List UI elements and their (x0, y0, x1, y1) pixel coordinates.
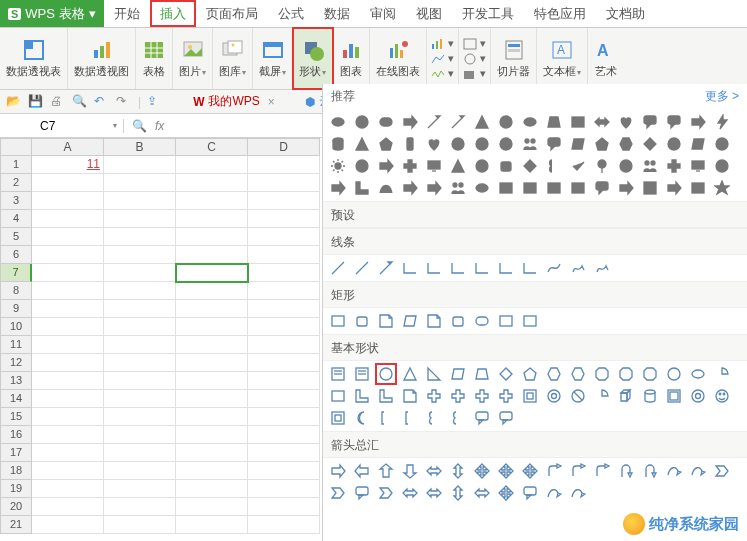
shape-rect[interactable] (521, 312, 539, 330)
fx-icon[interactable]: fx (155, 119, 164, 133)
shape-circle[interactable] (473, 157, 491, 175)
cell[interactable] (248, 426, 320, 444)
shape-frame[interactable] (329, 409, 347, 427)
shape-textbox[interactable] (353, 365, 371, 383)
shape-trap[interactable] (545, 113, 563, 131)
shape-para[interactable] (569, 135, 587, 153)
shape-arrowD[interactable] (401, 462, 419, 480)
shape-rect[interactable] (329, 312, 347, 330)
cell[interactable] (104, 426, 176, 444)
shape-lcorner[interactable] (377, 387, 395, 405)
shape-trap[interactable] (473, 365, 491, 383)
shape-circle[interactable] (713, 135, 731, 153)
row-header[interactable]: 3 (0, 192, 32, 210)
shape-can[interactable] (353, 312, 371, 330)
cell[interactable] (248, 210, 320, 228)
shape-people[interactable] (449, 179, 467, 197)
tab-view[interactable]: 视图 (406, 0, 452, 27)
shape-scurve[interactable] (545, 259, 563, 277)
cell[interactable] (176, 246, 248, 264)
shape-frame[interactable] (641, 179, 659, 197)
open-icon[interactable]: 📂 (6, 94, 22, 110)
row-header[interactable]: 18 (0, 462, 32, 480)
shape-donut[interactable] (689, 387, 707, 405)
ribbon-online-chart[interactable]: 在线图表 (370, 28, 427, 89)
shape-elbow[interactable] (497, 259, 515, 277)
cell[interactable] (32, 318, 104, 336)
shape-rect[interactable] (545, 179, 563, 197)
row-header[interactable]: 14 (0, 390, 32, 408)
ribbon-gallery[interactable]: 图库▾ (213, 28, 253, 89)
ribbon-screenshot[interactable]: 截屏▾ (253, 28, 293, 89)
cell[interactable] (32, 372, 104, 390)
cell[interactable] (104, 480, 176, 498)
shape-monitor[interactable] (689, 157, 707, 175)
shape-arrowLR[interactable] (401, 484, 419, 502)
tab-doc[interactable]: 文档助 (596, 0, 655, 27)
shape-arrowL[interactable] (353, 462, 371, 480)
shape-people[interactable] (521, 135, 539, 153)
cell[interactable] (32, 282, 104, 300)
shape-arrowR[interactable] (401, 179, 419, 197)
save-icon[interactable]: 💾 (28, 94, 44, 110)
shape-ellipse[interactable] (689, 365, 707, 383)
shape-diamond[interactable] (497, 365, 515, 383)
shape-callout[interactable] (521, 484, 539, 502)
shape-tri[interactable] (449, 157, 467, 175)
shape-pie[interactable] (713, 365, 731, 383)
row-header[interactable]: 13 (0, 372, 32, 390)
cell[interactable] (104, 192, 176, 210)
cell[interactable] (176, 372, 248, 390)
shape-elbow[interactable] (521, 259, 539, 277)
cell[interactable] (32, 408, 104, 426)
shape-arrowUD[interactable] (449, 484, 467, 502)
shape-callout[interactable] (665, 113, 683, 131)
shape-bracket[interactable] (377, 409, 395, 427)
chevron-down-icon[interactable]: ▾ (113, 121, 117, 130)
shape-circle[interactable] (353, 113, 371, 131)
row-header[interactable]: 17 (0, 444, 32, 462)
cell[interactable] (104, 264, 176, 282)
shape-oct[interactable] (641, 365, 659, 383)
shape-circle[interactable] (353, 157, 371, 175)
cell[interactable] (248, 336, 320, 354)
cell[interactable] (248, 300, 320, 318)
cell[interactable] (176, 426, 248, 444)
shape-chevR[interactable] (713, 462, 731, 480)
cell[interactable] (32, 246, 104, 264)
shape-lineA[interactable] (449, 113, 467, 131)
cell[interactable] (104, 372, 176, 390)
shape-arrowR[interactable] (401, 113, 419, 131)
shape-plus[interactable] (401, 157, 419, 175)
ribbon-pivot-table[interactable]: 数据透视表 (0, 28, 68, 89)
shape-heart[interactable] (617, 113, 635, 131)
cell[interactable] (176, 174, 248, 192)
shape-bolt[interactable] (713, 113, 731, 131)
shape-can[interactable] (497, 157, 515, 175)
shape-plus[interactable] (473, 387, 491, 405)
row-header[interactable]: 16 (0, 426, 32, 444)
select-all-corner[interactable] (0, 138, 32, 156)
col-header-c[interactable]: C (176, 138, 248, 156)
shape-can[interactable] (449, 312, 467, 330)
row-header[interactable]: 9 (0, 300, 32, 318)
shape-gear[interactable] (713, 157, 731, 175)
shape-brace[interactable] (425, 409, 443, 427)
cell[interactable] (176, 192, 248, 210)
spreadsheet[interactable]: A B C D 11123456789101112131415161718192… (0, 138, 322, 541)
tab-start[interactable]: 开始 (104, 0, 150, 27)
shape-oct[interactable] (617, 365, 635, 383)
shape-curve[interactable] (377, 179, 395, 197)
row-header[interactable]: 7 (0, 264, 32, 282)
shape-smiley[interactable] (713, 387, 731, 405)
shape-quad[interactable] (497, 462, 515, 480)
shape-callout[interactable] (545, 135, 563, 153)
shape-quad[interactable] (497, 484, 515, 502)
shape-sun[interactable] (329, 157, 347, 175)
cell[interactable] (248, 462, 320, 480)
shape-arrowLR[interactable] (593, 113, 611, 131)
cell[interactable] (176, 300, 248, 318)
cell[interactable] (32, 390, 104, 408)
shape-chevR[interactable] (329, 484, 347, 502)
shape-fold[interactable] (425, 312, 443, 330)
